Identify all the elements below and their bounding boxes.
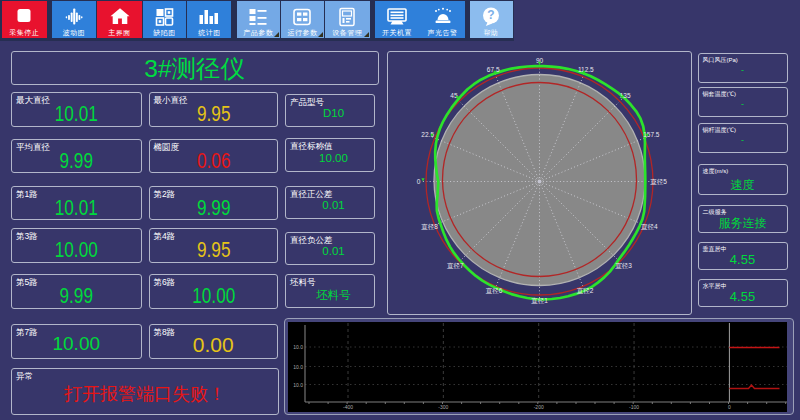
svg-text:10.0: 10.0 <box>293 382 303 388</box>
svg-text:-100: -100 <box>629 404 639 410</box>
svg-text:-200: -200 <box>534 404 544 410</box>
svg-text:10.0: 10.0 <box>293 344 303 350</box>
svg-text:-400: -400 <box>343 404 353 410</box>
svg-text:-300: -300 <box>438 404 448 410</box>
svg-text:0: 0 <box>728 404 731 410</box>
svg-text:10.0: 10.0 <box>293 364 303 370</box>
